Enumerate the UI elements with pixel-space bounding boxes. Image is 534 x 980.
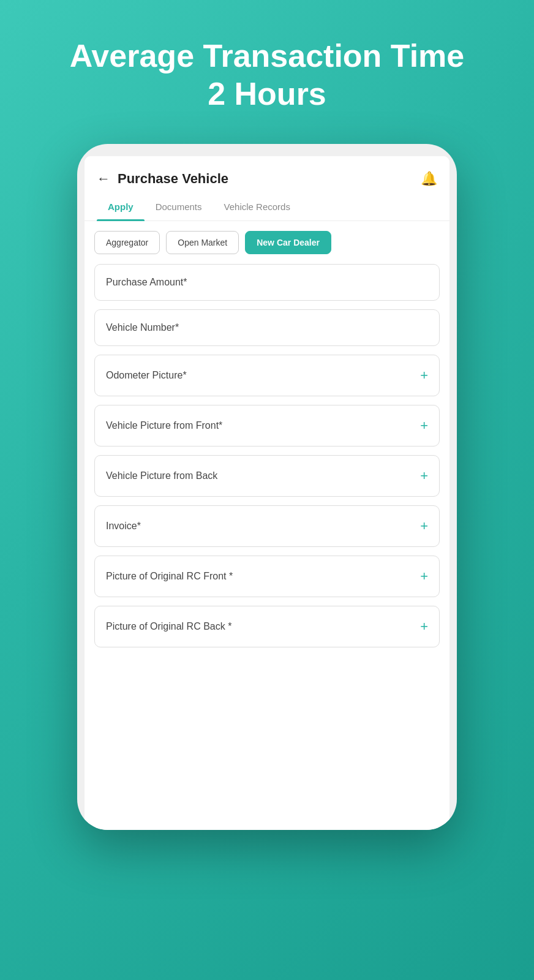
header-left: ← Purchase Vehicle: [97, 171, 228, 187]
field-label-vehicle-back: Vehicle Picture from Back: [106, 470, 217, 481]
form-area: Purchase Amount* Vehicle Number* Odomete…: [85, 259, 449, 666]
plus-icon-vehicle-back: +: [420, 468, 428, 484]
plus-icon-rc-back: +: [420, 619, 428, 635]
hero-section: Average Transaction Time 2 Hours: [33, 37, 502, 113]
segment-open-market[interactable]: Open Market: [166, 231, 239, 254]
segment-row: Aggregator Open Market New Car Dealer: [85, 221, 449, 259]
tab-documents[interactable]: Documents: [145, 193, 213, 221]
phone-screen: ← Purchase Vehicle 🔔 Apply Documents Veh…: [85, 156, 449, 830]
plus-icon-invoice: +: [420, 518, 428, 534]
field-rc-back[interactable]: Picture of Original RC Back * +: [94, 606, 440, 647]
plus-icon-odometer: +: [420, 368, 428, 383]
phone-wrapper: ← Purchase Vehicle 🔔 Apply Documents Veh…: [77, 144, 457, 980]
app-header: ← Purchase Vehicle 🔔: [85, 156, 449, 193]
phone-frame: ← Purchase Vehicle 🔔 Apply Documents Veh…: [77, 144, 457, 830]
tab-apply[interactable]: Apply: [97, 193, 145, 221]
field-invoice[interactable]: Invoice* +: [94, 505, 440, 547]
field-odometer-picture[interactable]: Odometer Picture* +: [94, 355, 440, 396]
field-vehicle-number[interactable]: Vehicle Number*: [94, 309, 440, 346]
field-label-vehicle-front: Vehicle Picture from Front*: [106, 420, 222, 431]
plus-icon-vehicle-front: +: [420, 418, 428, 434]
hero-title-line2: 2 Hours: [70, 75, 465, 113]
hero-title-line1: Average Transaction Time: [70, 37, 465, 75]
tab-bar: Apply Documents Vehicle Records: [85, 193, 449, 221]
field-purchase-amount[interactable]: Purchase Amount*: [94, 264, 440, 301]
field-label-rc-front: Picture of Original RC Front *: [106, 571, 233, 582]
field-label-purchase-amount: Purchase Amount*: [106, 277, 187, 288]
notification-bell-icon[interactable]: 🔔: [421, 171, 437, 187]
tab-vehicle-records[interactable]: Vehicle Records: [213, 193, 301, 221]
segment-new-car-dealer[interactable]: New Car Dealer: [245, 231, 331, 254]
back-button[interactable]: ←: [97, 171, 110, 187]
field-label-vehicle-number: Vehicle Number*: [106, 322, 179, 333]
field-rc-front[interactable]: Picture of Original RC Front * +: [94, 556, 440, 597]
plus-icon-rc-front: +: [420, 568, 428, 584]
field-label-invoice: Invoice*: [106, 521, 141, 532]
field-label-rc-back: Picture of Original RC Back *: [106, 621, 231, 632]
field-vehicle-front[interactable]: Vehicle Picture from Front* +: [94, 405, 440, 447]
segment-aggregator[interactable]: Aggregator: [94, 231, 160, 254]
field-label-odometer-picture: Odometer Picture*: [106, 370, 187, 381]
page-title: Purchase Vehicle: [118, 171, 228, 187]
field-vehicle-back[interactable]: Vehicle Picture from Back +: [94, 455, 440, 497]
